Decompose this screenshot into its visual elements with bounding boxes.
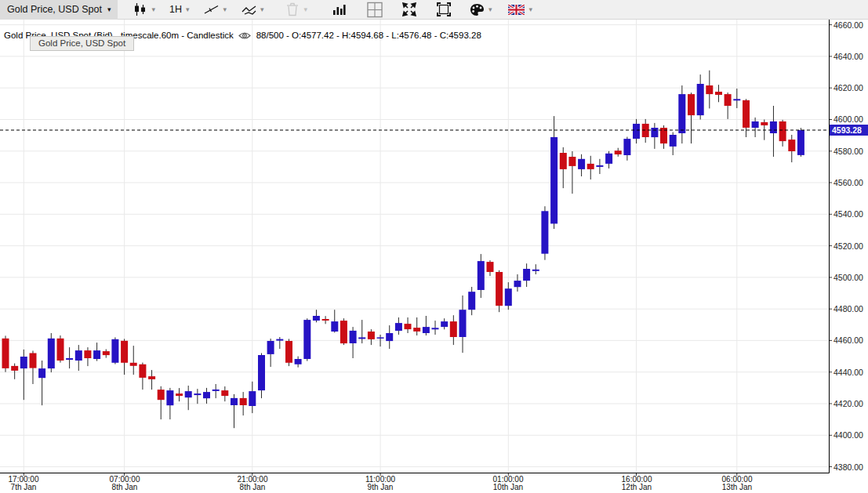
dropdown-caret-icon[interactable]: ▾	[488, 6, 492, 13]
price-axis-label: 4600.00	[833, 114, 863, 124]
time-axis-label: 01:00:0010th Jan	[478, 476, 538, 491]
dropdown-caret-icon[interactable]: ▾	[529, 6, 533, 13]
timeframe-control: 1H ▾	[169, 4, 190, 15]
price-axis-label: 4380.00	[833, 462, 863, 472]
expand-control	[401, 2, 417, 17]
price-axis-label: 4500.00	[833, 273, 863, 282]
theme-control: ▾	[469, 2, 492, 17]
expand-icon[interactable]	[401, 2, 417, 17]
price-axis-label: 4460.00	[833, 335, 863, 345]
eye-icon[interactable]	[238, 31, 252, 40]
symbol-selector-button[interactable]: Gold Price, USD Spot ▾	[0, 0, 118, 20]
dropdown-caret-icon[interactable]: ▾	[223, 6, 227, 13]
price-axis-label: 4440.00	[833, 368, 863, 377]
time-axis-label: 11:00:009th Jan	[350, 476, 410, 491]
current-price-badge: 4593.28	[830, 125, 868, 136]
grid-toggle	[367, 2, 383, 17]
language-flag-icon[interactable]	[508, 2, 525, 17]
price-axis-label: 4620.00	[833, 83, 863, 92]
symbol-selector-label: Gold Price, USD Spot	[7, 4, 102, 15]
volume-toggle	[331, 2, 347, 17]
time-axis-label: 07:00:008th Jan	[95, 476, 154, 491]
price-axis-label: 4640.00	[833, 52, 863, 61]
toolbar: Gold Price, USD Spot ▾ ▾ 1H ▾ ▾ ▾	[0, 0, 868, 20]
timeframe-button[interactable]: 1H	[169, 4, 182, 15]
delete-tool-icon	[285, 2, 300, 17]
dropdown-caret-icon: ▾	[304, 6, 308, 13]
grid-toggle-icon[interactable]	[367, 2, 383, 17]
ohlc-readout: 88/500 - O:4577.42 - H:4594.68 - L:4576.…	[256, 31, 481, 40]
price-axis-label: 4420.00	[833, 399, 863, 408]
charting-app: Gold Price, USD Spot (Bid) - timescale.6…	[0, 0, 868, 493]
indicator-tool-icon[interactable]	[241, 2, 256, 17]
price-axis-label: 4580.00	[833, 147, 863, 156]
fullscreen-control	[436, 2, 452, 17]
time-axis-label: 17:00:007th Jan	[0, 476, 53, 491]
dropdown-caret-icon[interactable]: ▾	[260, 6, 264, 13]
price-axis-label: 4520.00	[833, 241, 863, 251]
chart-area: Gold Price, USD Spot (Bid) - timescale.6…	[0, 0, 868, 493]
symbol-tooltip: Gold Price, USD Spot	[30, 36, 134, 51]
price-axis-label: 4560.00	[833, 178, 863, 187]
time-axis-label: 06:00:0013th Jan	[707, 476, 767, 491]
candlestick-chart-type-icon[interactable]	[132, 2, 147, 17]
time-axis-label: 16:00:0012th Jan	[607, 476, 666, 491]
time-axis-label: 21:00:008th Jan	[223, 476, 282, 491]
candlestick-chart[interactable]	[0, 0, 868, 493]
delete-tool: ▾	[285, 2, 308, 17]
trend-line-tool: ▾	[203, 2, 227, 17]
fullscreen-frame-icon[interactable]	[436, 2, 452, 17]
volume-bars-icon[interactable]	[331, 2, 347, 17]
price-axis-label: 4540.00	[833, 209, 863, 219]
language-control: ▾	[508, 2, 533, 17]
chart-type-control: ▾	[132, 2, 155, 17]
price-axis-label: 4400.00	[833, 430, 863, 440]
dropdown-caret-icon[interactable]: ▾	[151, 6, 155, 13]
trend-line-tool-icon[interactable]	[203, 2, 219, 17]
indicator-tool: ▾	[241, 2, 264, 17]
price-axis-label: 4480.00	[833, 304, 863, 314]
palette-icon[interactable]	[469, 2, 485, 17]
price-axis-label: 4660.00	[833, 20, 863, 30]
dropdown-caret-icon[interactable]: ▾	[186, 6, 190, 13]
dropdown-caret-icon: ▾	[107, 6, 111, 13]
